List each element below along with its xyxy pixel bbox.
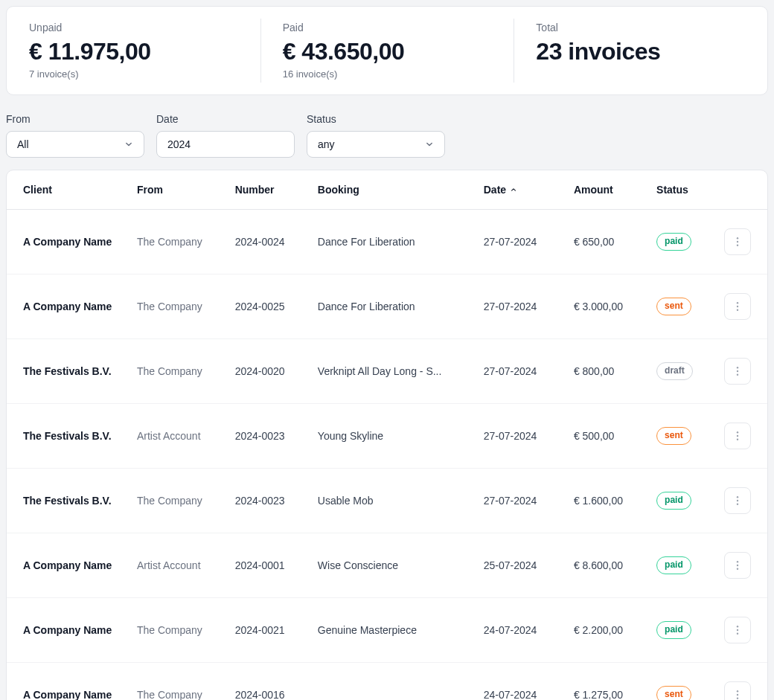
cell-date: 27-07-2024 — [475, 339, 565, 404]
status-badge: paid — [656, 621, 691, 639]
summary-unpaid-value: € 11.975,00 — [29, 38, 238, 65]
row-actions-button[interactable] — [724, 552, 751, 579]
cell-from: The Company — [128, 210, 226, 274]
cell-status: sent — [647, 404, 715, 469]
filter-date-input[interactable]: 2024 — [156, 131, 295, 158]
summary-total: Total 23 invoices — [514, 7, 767, 94]
svg-point-4 — [737, 306, 738, 307]
header-from[interactable]: From — [128, 170, 226, 210]
row-actions-button[interactable] — [724, 487, 751, 514]
cell-number: 2024-0024 — [226, 210, 309, 274]
status-badge: paid — [656, 556, 691, 574]
svg-point-1 — [737, 241, 738, 243]
cell-actions — [715, 210, 767, 274]
cell-amount: € 500,00 — [565, 404, 647, 469]
summary-total-value: 23 invoices — [536, 38, 745, 65]
cell-status: paid — [647, 469, 715, 533]
svg-point-5 — [737, 309, 738, 311]
cell-date: 27-07-2024 — [475, 404, 565, 469]
summary-card: Unpaid € 11.975,00 7 invoice(s) Paid € 4… — [6, 6, 768, 95]
cell-status: draft — [647, 339, 715, 404]
filter-from-group: From All — [6, 113, 144, 158]
cell-amount: € 1.600,00 — [565, 469, 647, 533]
status-badge: sent — [656, 298, 691, 315]
dots-vertical-icon — [732, 430, 743, 442]
cell-client: A Company Name — [7, 533, 128, 598]
table-row[interactable]: A Company NameThe Company2024-0021Genuin… — [7, 598, 767, 663]
invoices-table: Client From Number Booking Date Amount S… — [7, 170, 767, 700]
table-row[interactable]: A Company NameThe Company2024-0024Dance … — [7, 210, 767, 274]
chevron-down-icon — [123, 138, 135, 150]
summary-paid-label: Paid — [283, 22, 492, 33]
row-actions-button[interactable] — [724, 617, 751, 643]
cell-actions — [715, 339, 767, 404]
cell-booking: Verknipt All Day Long - S... — [309, 339, 475, 404]
header-client[interactable]: Client — [7, 170, 128, 210]
row-actions-button[interactable] — [724, 423, 751, 449]
summary-unpaid-sub: 7 invoice(s) — [29, 68, 238, 80]
cell-date: 27-07-2024 — [475, 469, 565, 533]
cell-status: paid — [647, 210, 715, 274]
filter-date-label: Date — [156, 113, 295, 125]
table-row[interactable]: A Company NameThe Company2024-0025Dance … — [7, 274, 767, 339]
filter-status-select[interactable]: any — [307, 131, 445, 158]
cell-status: sent — [647, 663, 715, 701]
cell-status: paid — [647, 533, 715, 598]
cell-client: The Festivals B.V. — [7, 339, 128, 404]
header-amount[interactable]: Amount — [565, 170, 647, 210]
dots-vertical-icon — [732, 624, 743, 636]
cell-booking: Usable Mob — [309, 469, 475, 533]
svg-point-16 — [737, 565, 738, 566]
svg-point-17 — [737, 568, 738, 570]
status-badge: paid — [656, 233, 691, 251]
svg-point-0 — [737, 237, 738, 239]
cell-from: Artist Account — [128, 404, 226, 469]
cell-booking: Wise Conscience — [309, 533, 475, 598]
cell-number: 2024-0001 — [226, 533, 309, 598]
filter-from-select[interactable]: All — [6, 131, 144, 158]
svg-point-18 — [737, 626, 738, 627]
header-date[interactable]: Date — [475, 170, 565, 210]
cell-from: The Company — [128, 598, 226, 663]
summary-total-label: Total — [536, 22, 745, 33]
table-row[interactable]: A Company NameThe Company2024-001624-07-… — [7, 663, 767, 701]
cell-status: sent — [647, 274, 715, 339]
summary-unpaid-label: Unpaid — [29, 22, 238, 33]
header-date-label: Date — [484, 184, 506, 196]
header-status[interactable]: Status — [647, 170, 715, 210]
table-row[interactable]: The Festivals B.V.Artist Account2024-002… — [7, 404, 767, 469]
status-badge: paid — [656, 492, 691, 510]
filter-date-value: 2024 — [167, 138, 191, 150]
cell-client: A Company Name — [7, 598, 128, 663]
cell-number: 2024-0023 — [226, 404, 309, 469]
status-badge: sent — [656, 427, 691, 445]
svg-point-12 — [737, 496, 738, 498]
table-row[interactable]: The Festivals B.V.The Company2024-0023Us… — [7, 469, 767, 533]
header-number[interactable]: Number — [226, 170, 309, 210]
row-actions-button[interactable] — [724, 228, 751, 255]
table-row[interactable]: A Company NameArtist Account2024-0001Wis… — [7, 533, 767, 598]
cell-number: 2024-0016 — [226, 663, 309, 701]
filter-status-group: Status any — [307, 113, 445, 158]
row-actions-button[interactable] — [724, 293, 751, 320]
cell-actions — [715, 598, 767, 663]
svg-point-13 — [737, 500, 738, 501]
cell-client: A Company Name — [7, 210, 128, 274]
svg-point-6 — [737, 367, 738, 368]
cell-from: Artist Account — [128, 533, 226, 598]
cell-status: paid — [647, 598, 715, 663]
cell-actions — [715, 404, 767, 469]
cell-number: 2024-0023 — [226, 469, 309, 533]
filter-status-label: Status — [307, 113, 445, 125]
cell-actions — [715, 274, 767, 339]
cell-date: 27-07-2024 — [475, 210, 565, 274]
table-row[interactable]: The Festivals B.V.The Company2024-0020Ve… — [7, 339, 767, 404]
row-actions-button[interactable] — [724, 358, 751, 385]
cell-client: A Company Name — [7, 274, 128, 339]
summary-unpaid: Unpaid € 11.975,00 7 invoice(s) — [7, 7, 260, 94]
cell-actions — [715, 663, 767, 701]
row-actions-button[interactable] — [724, 681, 751, 700]
invoices-table-card: Client From Number Booking Date Amount S… — [6, 170, 768, 700]
filters: From All Date 2024 Status any — [6, 113, 768, 158]
header-booking[interactable]: Booking — [309, 170, 475, 210]
